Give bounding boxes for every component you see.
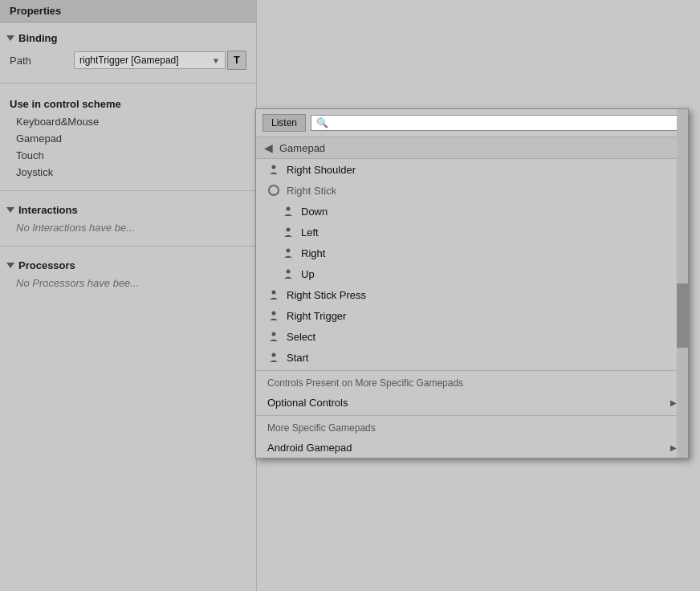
right-trigger-label: Right Trigger: [287, 310, 346, 322]
control-scheme-label: Use in control scheme: [0, 93, 256, 113]
start-icon: [267, 351, 280, 364]
no-processors-text: No Processors have bee...: [0, 275, 256, 291]
binding-section: Binding Path rightTrigger [Gamepad] ▼ T: [0, 22, 256, 79]
dropdown-top-bar: Listen 🔍: [256, 109, 688, 137]
left-icon: [282, 226, 295, 238]
right-trigger-icon: [267, 309, 280, 322]
more-specific-gamepads-header: More Specific Gamepads: [256, 418, 688, 438]
list-item-right-stick: Right Stick: [256, 180, 688, 201]
path-value-text: rightTrigger [Gamepad]: [79, 55, 179, 66]
list-item-android-gamepad[interactable]: Android Gamepad ▶: [256, 438, 688, 458]
dropdown-list: Right Shoulder Right Stick Down: [256, 159, 688, 458]
list-item-start[interactable]: Start: [256, 347, 688, 368]
control-scheme-joystick[interactable]: Joystick: [0, 164, 256, 181]
search-input[interactable]: [332, 117, 676, 128]
interactions-label: Interactions: [18, 204, 78, 216]
svg-point-5: [272, 291, 276, 295]
scrollbar-thumb[interactable]: [677, 283, 688, 348]
list-item-down[interactable]: Down: [256, 201, 688, 222]
right-shoulder-label: Right Shoulder: [287, 164, 356, 176]
t-button[interactable]: T: [227, 51, 246, 70]
dropdown-category-title: Gamepad: [279, 142, 325, 154]
optional-controls-arrow-icon: ▶: [670, 398, 677, 407]
svg-point-1: [287, 207, 291, 211]
down-label: Down: [301, 206, 328, 218]
svg-point-2: [287, 228, 291, 232]
right-shoulder-icon: [267, 163, 280, 176]
search-container: 🔍: [311, 115, 682, 131]
processors-header: Processors: [0, 256, 256, 275]
no-interactions-text: No Interactions have be...: [0, 219, 256, 236]
interactions-section: Interactions No Interactions have be...: [0, 194, 256, 243]
right-stick-label: Right Stick: [287, 185, 336, 197]
dropdown-arrow-icon: ▼: [212, 56, 220, 65]
control-scheme-gamepad[interactable]: Gamepad: [0, 130, 256, 147]
svg-point-4: [287, 270, 291, 274]
divider-3: [0, 246, 256, 247]
list-item-right-stick-press[interactable]: Right Stick Press: [256, 284, 688, 305]
android-gamepad-label: Android Gamepad: [267, 442, 352, 454]
android-gamepad-arrow-icon: ▶: [670, 443, 677, 452]
svg-point-8: [272, 353, 276, 357]
processors-collapse-icon[interactable]: [6, 263, 14, 268]
controls-present-header: Controls Present on More Specific Gamepa…: [256, 373, 688, 393]
control-scheme-section: Use in control scheme Keyboard&Mouse Gam…: [0, 87, 256, 187]
divider-1: [0, 83, 256, 84]
processors-section: Processors No Processors have bee...: [0, 250, 256, 298]
path-dropdown-overlay: Listen 🔍 ◀ Gamepad Right Shoulder: [255, 108, 689, 459]
processors-label: Processors: [18, 259, 75, 271]
down-icon: [282, 205, 295, 218]
control-scheme-touch[interactable]: Touch: [0, 147, 256, 164]
interactions-header: Interactions: [0, 201, 256, 219]
back-arrow-icon[interactable]: ◀: [264, 141, 273, 154]
binding-collapse-icon[interactable]: [6, 35, 14, 41]
up-label: Up: [301, 268, 315, 280]
right-label: Right: [301, 247, 325, 259]
svg-point-6: [272, 312, 276, 316]
start-label: Start: [287, 352, 308, 364]
search-icon: 🔍: [316, 117, 328, 128]
path-label: Path: [10, 55, 74, 67]
select-icon: [267, 330, 280, 343]
properties-panel: Properties Binding Path rightTrigger [Ga…: [0, 0, 257, 591]
right-stick-press-label: Right Stick Press: [287, 289, 366, 301]
binding-header: Binding: [0, 29, 256, 47]
list-item-left[interactable]: Left: [256, 222, 688, 243]
divider-2: [0, 190, 256, 191]
right-stick-icon: [267, 184, 280, 197]
list-item-select[interactable]: Select: [256, 326, 688, 347]
listen-button[interactable]: Listen: [262, 114, 306, 132]
list-item-optional-controls[interactable]: Optional Controls ▶: [256, 393, 688, 413]
svg-point-3: [287, 249, 291, 253]
optional-controls-label: Optional Controls: [267, 397, 348, 409]
left-label: Left: [301, 226, 319, 238]
dropdown-category-header: ◀ Gamepad: [256, 137, 688, 159]
list-item-right[interactable]: Right: [256, 243, 688, 263]
section-separator-2: [256, 415, 688, 416]
up-icon: [282, 267, 295, 280]
list-item-right-shoulder[interactable]: Right Shoulder: [256, 159, 688, 180]
panel-title: Properties: [0, 0, 256, 22]
svg-point-0: [272, 165, 276, 169]
binding-label: Binding: [18, 32, 57, 44]
right-stick-press-icon: [267, 288, 280, 301]
dropdown-scrollbar[interactable]: [677, 109, 688, 458]
path-row: Path rightTrigger [Gamepad] ▼ T: [0, 47, 256, 73]
section-separator-1: [256, 370, 688, 371]
path-dropdown[interactable]: rightTrigger [Gamepad] ▼: [74, 51, 226, 69]
interactions-collapse-icon[interactable]: [6, 207, 14, 213]
right-icon: [282, 247, 295, 259]
control-scheme-keyboard[interactable]: Keyboard&Mouse: [0, 113, 256, 130]
list-item-up[interactable]: Up: [256, 263, 688, 284]
svg-point-7: [272, 332, 276, 336]
path-value-container: rightTrigger [Gamepad] ▼ T: [74, 51, 246, 70]
select-label: Select: [287, 331, 315, 343]
list-item-right-trigger[interactable]: Right Trigger: [256, 305, 688, 326]
